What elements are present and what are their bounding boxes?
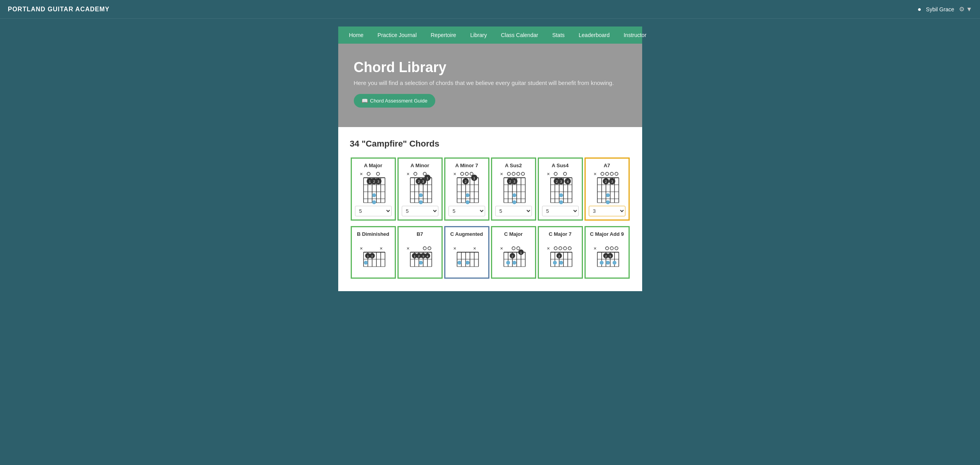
chord-name-a-sus2: A Sus2 — [505, 163, 522, 168]
chord-select-a-sus2[interactable]: 51234 — [495, 206, 532, 216]
chord-name-a-minor: A Minor — [411, 163, 429, 168]
gear-icon[interactable]: ⚙ ▼ — [959, 5, 972, 13]
svg-text:✕: ✕ — [406, 246, 410, 251]
svg-text:2: 2 — [373, 180, 375, 184]
chord-name-a-minor7: A Minor 7 — [455, 163, 478, 168]
tab-repertoire[interactable]: Repertoire — [424, 27, 463, 44]
svg-point-215 — [553, 261, 557, 265]
chord-select-a-minor[interactable]: 51234 — [402, 206, 438, 216]
svg-text:✕: ✕ — [547, 172, 550, 176]
chord-name-b-diminished: B Diminished — [357, 231, 389, 237]
svg-text:✕: ✕ — [593, 172, 597, 176]
nav-tabs: Home Practice Journal Repertoire Library… — [338, 27, 642, 44]
svg-text:2: 2 — [464, 180, 466, 184]
svg-point-180 — [466, 261, 470, 265]
svg-text:4: 4 — [426, 255, 428, 258]
svg-point-200 — [554, 247, 557, 250]
chord-card-c-augmented: C Augmented ✕ ✕ — [444, 226, 489, 279]
chord-select-a7[interactable]: 31245 — [589, 206, 625, 216]
svg-text:1: 1 — [413, 255, 415, 258]
svg-point-146 — [364, 261, 368, 265]
book-icon: 📖 — [362, 98, 368, 104]
chord-diagram-c-major: ✕ 1 2 — [498, 239, 529, 274]
svg-point-107 — [559, 193, 563, 197]
svg-point-220 — [615, 247, 618, 250]
tab-home[interactable]: Home — [342, 27, 371, 44]
svg-point-63 — [466, 193, 470, 197]
svg-text:✕: ✕ — [473, 246, 476, 251]
svg-text:3: 3 — [609, 255, 611, 258]
svg-point-232 — [600, 261, 604, 265]
chord-name-a7: A7 — [604, 163, 610, 168]
svg-text:✕: ✕ — [500, 246, 503, 251]
chord-card-c-major-add9: C Major Add 9 ✕ 2 — [584, 226, 630, 279]
svg-text:2: 2 — [371, 255, 373, 258]
chord-card-a7: A7 ✕ — [584, 157, 630, 221]
svg-point-45 — [461, 172, 464, 175]
svg-point-24 — [423, 172, 426, 175]
chord-diagram-a-sus4: ✕ 2 3 — [545, 171, 576, 206]
app-title: PORTLAND GUITAR ACADEMY — [8, 6, 109, 13]
svg-point-20 — [372, 193, 376, 197]
chord-select-a-major[interactable]: 51234 — [355, 206, 392, 216]
svg-point-46 — [465, 172, 468, 175]
svg-point-197 — [506, 261, 510, 265]
svg-text:✕: ✕ — [380, 246, 383, 251]
tab-practice-journal[interactable]: Practice Journal — [371, 27, 424, 44]
chord-name-c-augmented: C Augmented — [450, 231, 483, 237]
chord-name-b7: B7 — [417, 231, 423, 237]
svg-point-182 — [512, 247, 515, 250]
svg-text:1: 1 — [369, 180, 371, 184]
svg-text:1: 1 — [473, 176, 475, 180]
user-icon: ● — [918, 6, 922, 13]
svg-point-202 — [563, 247, 567, 250]
chord-diagram-c-augmented: ✕ ✕ — [451, 239, 482, 274]
chord-card-c-major: C Major ✕ 1 2 — [491, 226, 536, 279]
chord-card-a-minor: A Minor ✕ — [397, 157, 443, 221]
user-info: ● Sybil Grace ⚙ ▼ — [918, 5, 972, 13]
svg-text:3: 3 — [422, 180, 424, 184]
svg-text:3: 3 — [611, 180, 613, 184]
tab-leaderboard[interactable]: Leaderboard — [572, 27, 616, 44]
svg-point-111 — [606, 172, 609, 175]
tab-instructor[interactable]: Instructor — [616, 27, 653, 44]
svg-point-167 — [419, 261, 423, 265]
chord-diagram-c-major-add9: ✕ 2 3 — [592, 239, 623, 274]
svg-text:2: 2 — [418, 180, 420, 184]
chord-diagram-c-major7: ✕ 2 — [545, 239, 576, 274]
svg-text:✕: ✕ — [360, 172, 363, 176]
svg-text:2: 2 — [511, 255, 513, 258]
svg-point-1 — [367, 172, 370, 175]
tab-library[interactable]: Library — [463, 27, 494, 44]
svg-point-85 — [512, 193, 516, 197]
svg-point-69 — [521, 172, 524, 175]
chord-diagram-a-minor: ✕ 1 — [404, 171, 436, 206]
chord-select-a-sus4[interactable]: 51234 — [542, 206, 579, 216]
svg-point-235 — [606, 261, 610, 265]
content-card: 34 "Campfire" Chords A Major ✕ — [338, 127, 642, 291]
username: Sybil Grace — [926, 6, 954, 12]
svg-point-68 — [517, 172, 520, 175]
chord-card-a-sus4: A Sus4 ✕ 2 — [538, 157, 583, 221]
hero-section: Chord Library Here you will find a selec… — [338, 44, 642, 127]
tab-class-calendar[interactable]: Class Calendar — [494, 27, 545, 44]
chord-assessment-button[interactable]: 📖 Chord Assessment Guide — [354, 94, 435, 108]
svg-point-108 — [559, 200, 563, 204]
svg-point-89 — [563, 172, 567, 175]
chord-diagram-b7: ✕ 1 3 2 — [404, 239, 436, 274]
tab-stats[interactable]: Stats — [545, 27, 572, 44]
svg-point-149 — [428, 247, 431, 250]
svg-point-47 — [470, 172, 473, 175]
svg-point-130 — [606, 200, 610, 204]
svg-point-201 — [559, 247, 562, 250]
svg-text:4: 4 — [567, 180, 569, 184]
top-bar: PORTLAND GUITAR ACADEMY ● Sybil Grace ⚙ … — [0, 0, 980, 19]
hero-description: Here you will find a selection of chords… — [354, 80, 627, 86]
chord-card-a-sus2: A Sus2 ✕ — [491, 157, 536, 221]
svg-text:2: 2 — [556, 180, 558, 184]
svg-text:2: 2 — [509, 180, 511, 184]
svg-text:3: 3 — [513, 180, 515, 184]
chord-select-a-minor7[interactable]: 51234 — [449, 206, 485, 216]
chord-grid-row2: B Diminished ✕ ✕ 1 2 — [350, 225, 630, 279]
svg-text:3: 3 — [422, 255, 424, 258]
